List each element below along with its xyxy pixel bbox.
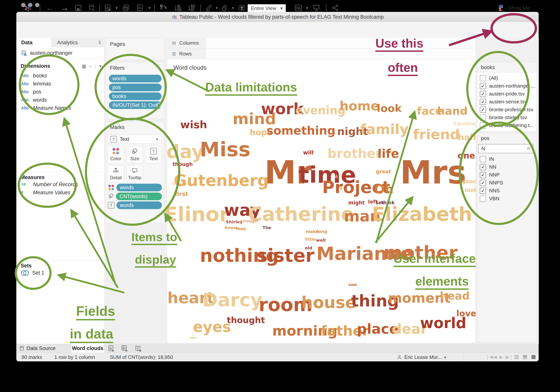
user-menu[interactable]: Eric Lease Mor... ▾	[397, 354, 446, 360]
books-filter-option[interactable]: ✓austen-pride.tsv	[480, 90, 537, 98]
word-mark[interactable]: Miss	[200, 139, 250, 159]
checkbox[interactable]: ✓	[480, 164, 486, 170]
presentation-mode-button[interactable]	[311, 3, 322, 12]
checkbox[interactable]: ✓	[480, 99, 486, 105]
checkbox[interactable]: ✓	[480, 180, 486, 186]
clear-sheet-caret[interactable]: ▾	[147, 3, 152, 12]
show-hide-cards-button[interactable]	[293, 3, 304, 12]
word-mark[interactable]: may	[236, 227, 246, 231]
pos-search-input[interactable]: N ✕	[478, 144, 533, 153]
tab-word-clouds-active[interactable]: Word clouds	[71, 344, 104, 353]
size-button[interactable]: Size	[126, 146, 143, 163]
word-mark[interactable]: enough	[240, 219, 258, 223]
filter-pill[interactable]: words	[109, 75, 161, 82]
books-filter-option[interactable]: (All)	[480, 74, 537, 82]
books-filter-option[interactable]: ✓bronte-professor.tsv	[480, 106, 537, 114]
word-mark[interactable]: good	[462, 179, 477, 184]
pages-shelf[interactable]: Pages	[105, 38, 164, 60]
group-members-button[interactable]	[220, 3, 230, 12]
word-mark[interactable]: know	[225, 226, 238, 230]
word-mark[interactable]: long	[317, 229, 327, 234]
word-mark[interactable]: Mrs	[400, 157, 466, 189]
new-worksheet-button[interactable]	[102, 3, 113, 12]
word-mark[interactable]: Elizabeth	[372, 205, 472, 224]
pos-filter-option[interactable]: ✓NN	[480, 163, 536, 171]
word-mark[interactable]: well	[316, 238, 326, 242]
checkbox[interactable]	[480, 123, 486, 129]
word-mark[interactable]: —	[190, 334, 197, 341]
pager-prev[interactable]: ◀	[493, 354, 497, 360]
pager-first[interactable]: ❘◀	[486, 354, 493, 360]
books-filter-option[interactable]: ✓austen-sense.tsv	[480, 98, 537, 106]
show-mark-labels-button[interactable]: T	[237, 3, 247, 12]
dimension-item[interactable]: Abcbooks	[16, 72, 104, 80]
books-filter-option[interactable]: bronte-shirley.tsv	[480, 114, 537, 122]
checkbox[interactable]: ✓	[480, 91, 486, 97]
word-mark[interactable]: Caroline	[454, 122, 475, 126]
columns-shelf[interactable]: Columns	[167, 38, 476, 48]
worksheet-canvas[interactable]: Word clouds wishmindworkeveninghomelookf…	[167, 59, 476, 343]
rows-shelf[interactable]: Rows	[167, 48, 476, 59]
pos-filter-option[interactable]: IN	[480, 155, 536, 163]
word-mark[interactable]: hand	[437, 105, 468, 116]
pane-sort-icon[interactable]: ⇕	[98, 40, 104, 45]
pos-filter-option[interactable]: ✓NNS	[480, 187, 536, 195]
word-mark[interactable]: home	[340, 100, 379, 113]
clear-sheet-button[interactable]	[135, 3, 146, 12]
word-mark[interactable]: half	[458, 133, 476, 142]
pos-filter-option[interactable]: ✓NNP	[480, 171, 536, 179]
new-story-tab-button[interactable]	[135, 345, 143, 352]
tooltip-button[interactable]: Tooltip	[126, 165, 143, 182]
word-mark[interactable]: Elinor	[164, 204, 229, 224]
show-me-button[interactable]: Show Me	[498, 4, 535, 12]
word-mark[interactable]: Gutenberg	[174, 173, 269, 189]
view-single-icon[interactable]	[531, 355, 536, 360]
checkbox[interactable]	[480, 115, 486, 121]
word-mark[interactable]: family	[360, 122, 409, 136]
filter-pill[interactable]: books	[109, 92, 161, 100]
filter-pill[interactable]: IN/OUT(Set 1): Out	[109, 101, 161, 109]
mark-pill[interactable]: words	[116, 184, 162, 191]
sort-descending-button[interactable]	[185, 3, 197, 12]
filter-pill[interactable]: pos	[109, 84, 161, 91]
sort-ascending-button[interactable]	[172, 3, 183, 12]
color-button[interactable]: Color	[108, 146, 124, 163]
tab-data-source[interactable]: Data Source	[19, 344, 56, 353]
checkbox[interactable]: ✓	[480, 83, 486, 89]
checkbox[interactable]: ✓	[480, 188, 486, 194]
word-mark[interactable]: head	[440, 290, 470, 301]
pane-menu-caret[interactable]: ▾	[99, 64, 101, 69]
books-filter-card[interactable]: books (All)✓austen-northanger....✓austen…	[477, 62, 537, 132]
pager-last[interactable]: ▶❘	[506, 354, 513, 360]
undo-button[interactable]: ←	[44, 3, 56, 12]
checkbox[interactable]	[480, 156, 486, 162]
measure-item[interactable]: =#Number of Records	[16, 180, 104, 189]
view-grid-icon[interactable]	[514, 355, 519, 360]
highlight-button[interactable]	[204, 3, 214, 12]
word-mark[interactable]: evening	[295, 105, 346, 116]
show-hide-cards-caret[interactable]: ▾	[304, 3, 310, 12]
new-dashboard-tab-button[interactable]	[121, 345, 130, 352]
share-button[interactable]	[330, 3, 341, 12]
checkbox[interactable]: ✓	[480, 107, 486, 113]
mark-type-caret[interactable]: ▾	[153, 137, 161, 142]
word-mark[interactable]: wish	[180, 120, 207, 130]
duplicate-sheet-button[interactable]	[120, 3, 131, 12]
word-mark[interactable]: day	[166, 143, 203, 161]
word-mark[interactable]: The	[262, 226, 271, 230]
dimension-item[interactable]: Abcpos	[16, 88, 104, 96]
word-mark[interactable]: though	[173, 162, 193, 167]
tableau-logo-button[interactable]	[23, 3, 33, 12]
word-mark[interactable]: house	[301, 294, 356, 311]
user-menu-caret[interactable]: ▾	[444, 355, 446, 360]
dimension-item[interactable]: Abclemmas	[16, 80, 104, 88]
word-mark[interactable]: look	[377, 103, 402, 114]
word-mark[interactable]: brother	[328, 147, 382, 160]
word-mark[interactable]: something	[267, 125, 336, 136]
tab-analytics[interactable]: Analytics ⇕	[51, 38, 104, 48]
mark-type-dropdown[interactable]: T Text ▾	[108, 135, 161, 144]
word-mark[interactable]: thought	[227, 316, 265, 325]
group-members-caret[interactable]: ▾	[230, 3, 235, 12]
set-item[interactable]: Set 1	[16, 269, 104, 277]
tab-data[interactable]: Data	[16, 38, 56, 47]
